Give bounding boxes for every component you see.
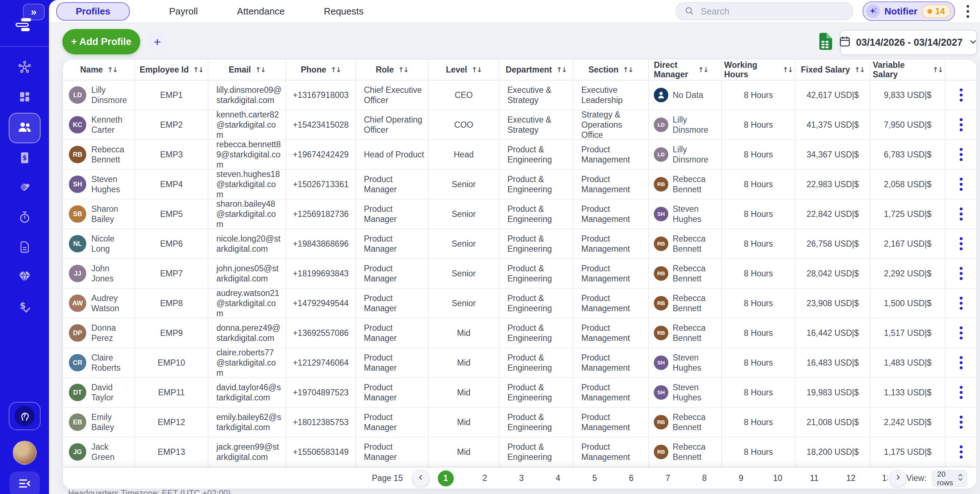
tab-profiles[interactable]: Profiles [56,2,130,21]
page-number-1[interactable]: 1 [438,470,454,486]
cell-employee-id: EMP1 [135,81,208,110]
page-number-11[interactable]: 11 [809,473,820,483]
previous-page-button[interactable] [412,470,429,487]
row-menu-kebab-icon[interactable] [958,175,965,193]
timezone-note: Headquarters Timezone: EET (UTC +02:00) [68,489,231,494]
cell-working-hours: 8 Hours [722,289,795,318]
export-sheet-button[interactable] [818,33,832,50]
page-number-13[interactable]: 13 [882,473,888,483]
page-number-5[interactable]: 5 [589,473,600,483]
sort-icon[interactable]: ↑↓ [854,65,864,73]
user-photo-avatar[interactable] [13,441,37,465]
table-row: SHSteven Hughes EMP4 steven.hughes18@sta… [63,170,976,199]
page-number-10[interactable]: 10 [772,473,783,483]
cell-role: Product Manager [356,199,429,228]
row-menu-kebab-icon[interactable] [958,205,965,223]
row-menu-kebab-icon[interactable] [958,146,965,163]
sort-icon[interactable]: ↑↓ [556,65,566,73]
sidebar-item-documents[interactable] [10,233,40,262]
tab-requests[interactable]: Requests [324,6,364,17]
column-header-email[interactable]: Email↑↓ [208,59,286,80]
employee-name: Nicole Long [91,234,131,254]
sidebar-item-org-chart[interactable] [10,53,40,82]
sort-icon[interactable]: ↑↓ [471,65,482,73]
cell-name: JJJohn Jones [63,259,135,288]
row-menu-kebab-icon[interactable] [958,324,965,342]
date-range-picker[interactable]: 03/14/2026 - 03/14/2027 [840,30,977,55]
page-number-2[interactable]: 2 [479,473,490,483]
page-number-12[interactable]: 12 [846,473,856,483]
sort-icon[interactable]: ↑↓ [698,65,708,73]
row-menu-kebab-icon[interactable] [958,295,965,312]
sort-icon[interactable]: ↑↓ [193,65,203,73]
column-header-direct-manager[interactable]: Direct Manager↑↓ [649,59,722,80]
sidebar-item-payroll[interactable]: $ [10,293,40,322]
page-number-7[interactable]: 7 [662,473,673,483]
cell-email: john.jones05@starkdigital.com [208,259,286,288]
manager-avatar: SH [654,207,668,221]
add-profile-button[interactable]: + Add Profile [62,29,140,54]
cell-department: Product & Engineering [500,289,573,318]
sidebar-item-dashboard[interactable] [10,83,40,112]
sort-icon[interactable]: ↑↓ [398,65,409,73]
sort-icon[interactable]: ↑↓ [255,65,265,73]
row-menu-kebab-icon[interactable] [958,384,965,401]
row-menu-kebab-icon[interactable] [958,116,965,134]
column-header-name[interactable]: Name↑↓ [63,59,135,80]
sidebar-item-billing[interactable]: $ [10,144,40,173]
page-number-8[interactable]: 8 [699,473,710,483]
row-menu-kebab-icon[interactable] [958,235,965,252]
stopwatch-icon [18,211,31,225]
sort-icon[interactable]: ↑↓ [783,65,792,73]
page-number-4[interactable]: 4 [553,473,563,483]
row-menu-kebab-icon[interactable] [958,265,965,282]
next-page-button[interactable] [890,470,907,487]
cell-role: Product Manager [356,408,429,437]
tab-payroll[interactable]: Payroll [169,6,197,17]
cell-level: Mid [429,319,500,347]
cell-email: donna.perez49@starkdigital.com [208,319,286,347]
column-header-phone[interactable]: Phone↑↓ [286,59,356,80]
sort-icon[interactable]: ↑↓ [932,65,943,73]
column-header-level[interactable]: Level↑↓ [429,59,500,80]
row-menu-kebab-icon[interactable] [958,413,965,431]
sidebar-item-partners[interactable] [10,174,40,203]
table-row: NLNicole Long EMP6 nicole.long20@starkdi… [63,229,976,259]
notifier-button[interactable]: Notifier 14 [862,2,955,21]
quick-add-button[interactable]: + [148,32,167,51]
column-header-role[interactable]: Role↑↓ [356,59,429,80]
cell-department: Product & Engineering [500,319,573,347]
date-range-value: 03/14/2026 - 03/14/2027 [856,37,963,48]
employee-avatar: LD [69,86,86,104]
column-header-fixed-salary[interactable]: Fixed Salary↑↓ [795,59,870,80]
cell-email: david.taylor46@starkdigital.com [208,378,286,407]
row-menu-kebab-icon[interactable] [958,86,965,104]
row-menu-kebab-icon[interactable] [958,443,965,461]
cell-department: Executive & Strategy [500,110,573,139]
search-input[interactable] [700,6,821,17]
rows-per-page-select[interactable]: 20 rows [932,470,967,487]
cell-working-hours: 8 Hours [722,319,795,347]
collapse-menu-button[interactable] [10,472,40,494]
column-header-department[interactable]: Department↑↓ [500,59,573,80]
column-header-working-hours[interactable]: Working Hours↑↓ [722,59,795,80]
help-button[interactable]: ? [9,402,41,430]
page-number-9[interactable]: 9 [736,473,746,483]
row-menu-kebab-icon[interactable] [958,354,965,371]
topbar-kebab-menu[interactable] [967,5,969,18]
sidebar-item-profiles[interactable] [9,113,41,143]
page-number-6[interactable]: 6 [626,473,637,483]
sort-icon[interactable]: ↑↓ [331,65,341,73]
sidebar-nav: $ $ [0,53,49,322]
sidebar-item-benefits[interactable] [10,263,40,292]
sort-icon[interactable]: ↑↓ [623,65,633,73]
page-number-3[interactable]: 3 [516,473,527,483]
column-header-variable-salary[interactable]: Variable Salary↑↓ [870,59,945,80]
billing-doc-icon: $ [19,151,31,166]
handshake-icon [18,181,32,196]
column-header-section[interactable]: Section↑↓ [573,59,649,80]
column-header-employee-id[interactable]: Employee Id↑↓ [135,59,208,80]
sort-icon[interactable]: ↑↓ [107,65,118,73]
tab-attendance[interactable]: Attendance [237,6,285,17]
sidebar-item-attendance[interactable] [10,204,40,233]
